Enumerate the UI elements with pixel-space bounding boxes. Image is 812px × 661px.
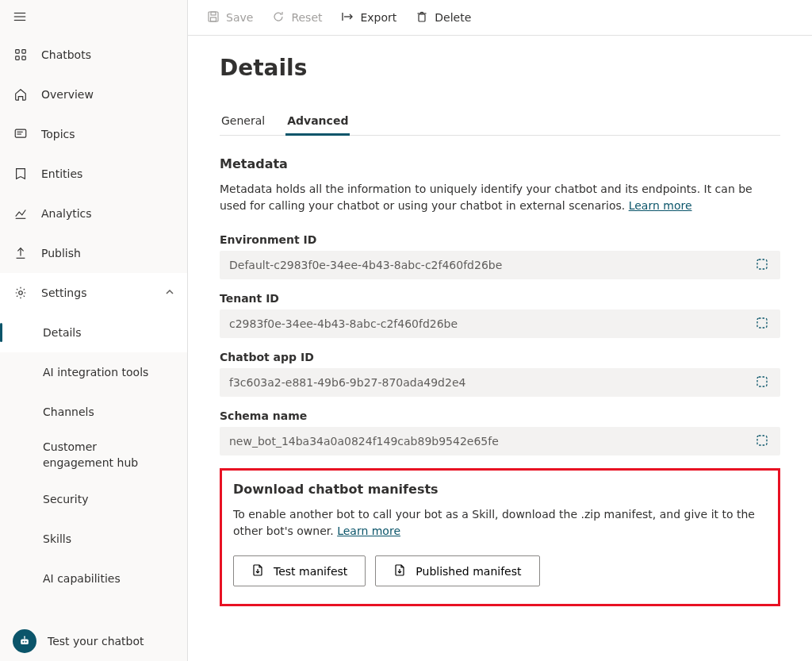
tab-advanced[interactable]: Advanced — [285, 110, 350, 135]
reset-button[interactable]: Reset — [264, 6, 330, 30]
svg-rect-7 — [15, 129, 26, 137]
field-label: Tenant ID — [220, 292, 780, 305]
file-download-icon — [393, 563, 406, 578]
sidebar-item-label: Overview — [41, 88, 94, 101]
publish-icon — [13, 245, 29, 261]
download-manifests-highlight: Download chatbot manifests To enable ano… — [220, 468, 780, 606]
copy-icon — [755, 321, 769, 332]
sidebar-item-analytics[interactable]: Analytics — [0, 194, 187, 233]
sidebar-item-label: Channels — [43, 405, 94, 418]
svg-point-16 — [25, 641, 27, 643]
sidebar-item-label: Publish — [41, 247, 81, 259]
chevron-up-icon — [165, 286, 174, 299]
field-label: Schema name — [220, 409, 780, 422]
copy-icon — [755, 379, 769, 391]
bot-avatar-icon — [13, 629, 36, 653]
sidebar-item-label: Settings — [41, 286, 86, 299]
sidebar-item-label: Skills — [43, 532, 71, 545]
sidebar-item-label: Test your chatbot — [48, 635, 144, 648]
field-value: c2983f0e-34ee-4b43-8abc-c2f460fd26be — [229, 317, 752, 330]
file-download-icon — [251, 563, 264, 578]
field-value: f3c603a2-e881-49b6-9b27-870ada49d2e4 — [229, 376, 752, 389]
svg-rect-4 — [22, 50, 26, 53]
sidebar-item-test-chatbot[interactable]: Test your chatbot — [0, 621, 187, 661]
sidebar-item-settings[interactable]: Settings — [0, 273, 187, 313]
sidebar-item-ai-integration-tools[interactable]: AI integration tools — [0, 352, 187, 392]
svg-rect-29 — [757, 259, 767, 269]
settings-icon — [13, 285, 29, 301]
svg-rect-5 — [16, 56, 20, 60]
export-button[interactable]: Export — [333, 6, 404, 30]
export-icon — [341, 10, 354, 25]
metadata-description: Metadata holds all the information to un… — [220, 181, 780, 214]
tab-general[interactable]: General — [220, 110, 266, 135]
sidebar-item-label: AI integration tools — [43, 366, 148, 379]
sidebar-item-chatbots[interactable]: Chatbots — [0, 35, 187, 75]
nav-list: Chatbots Overview Topics Entities Analyt… — [0, 35, 187, 621]
home-icon — [13, 86, 29, 102]
delete-button[interactable]: Delete — [408, 6, 479, 30]
sidebar-item-publish[interactable]: Publish — [0, 233, 187, 273]
main-content: Save Reset Export Delete Details General… — [188, 0, 812, 661]
field-value: new_bot_14ba34a0a0824f149cab89b9542e65fe — [229, 435, 752, 448]
published-manifest-label: Published manifest — [416, 565, 521, 578]
manifests-learn-more-link[interactable]: Learn more — [337, 525, 400, 537]
copy-button[interactable] — [752, 371, 772, 394]
sidebar-item-security[interactable]: Security — [0, 479, 187, 519]
page-title: Details — [220, 55, 780, 81]
svg-point-18 — [24, 636, 25, 638]
sidebar-item-ai-capabilities[interactable]: AI capabilities — [0, 559, 187, 598]
test-manifest-button[interactable]: Test manifest — [233, 555, 366, 586]
svg-rect-6 — [22, 56, 26, 60]
delete-icon — [416, 10, 428, 25]
sidebar-item-overview[interactable]: Overview — [0, 75, 187, 114]
chart-icon — [13, 206, 29, 221]
published-manifest-button[interactable]: Published manifest — [375, 555, 539, 586]
hamburger-icon[interactable] — [13, 10, 27, 26]
copy-button[interactable] — [752, 430, 772, 453]
chat-icon — [13, 126, 29, 142]
sidebar-item-label: Topics — [41, 128, 75, 140]
field-value-row: f3c603a2-e881-49b6-9b27-870ada49d2e4 — [220, 368, 780, 397]
tabs: General Advanced — [220, 110, 780, 136]
sidebar-item-channels[interactable]: Channels — [0, 392, 187, 432]
sidebar-item-label: Customer engagement hub — [43, 440, 154, 471]
reset-label: Reset — [291, 11, 322, 24]
metadata-heading: Metadata — [220, 156, 780, 171]
svg-rect-32 — [757, 436, 767, 445]
svg-rect-20 — [211, 12, 216, 15]
save-button[interactable]: Save — [199, 6, 261, 30]
sidebar-item-customer-engagement-hub[interactable]: Customer engagement hub — [0, 432, 187, 479]
svg-rect-24 — [419, 14, 425, 21]
manifests-description: To enable another bot to call your bot a… — [233, 506, 767, 540]
field-value-row: c2983f0e-34ee-4b43-8abc-c2f460fd26be — [220, 309, 780, 338]
sidebar-item-label: Security — [43, 493, 89, 505]
metadata-learn-more-link[interactable]: Learn more — [629, 199, 692, 212]
export-label: Export — [360, 11, 396, 24]
svg-rect-14 — [21, 640, 29, 644]
entities-icon — [13, 166, 29, 182]
copy-button[interactable] — [752, 254, 772, 277]
sidebar-item-label: Chatbots — [41, 48, 91, 61]
field-value: Default-c2983f0e-34ee-4b43-8abc-c2f460fd… — [229, 259, 752, 271]
field-label: Chatbot app ID — [220, 351, 780, 363]
save-icon — [207, 10, 220, 25]
apps-icon — [13, 47, 29, 63]
field-label: Environment ID — [220, 233, 780, 246]
svg-point-15 — [22, 641, 24, 643]
field-value-row: Default-c2983f0e-34ee-4b43-8abc-c2f460fd… — [220, 251, 780, 279]
svg-rect-31 — [757, 377, 767, 386]
copy-button[interactable] — [752, 313, 772, 336]
reset-icon — [272, 10, 285, 25]
delete-label: Delete — [435, 11, 471, 24]
sidebar-item-label: Analytics — [41, 207, 92, 220]
copy-icon — [755, 438, 769, 450]
svg-point-13 — [19, 291, 23, 295]
sidebar-item-skills[interactable]: Skills — [0, 519, 187, 559]
sidebar-item-entities[interactable]: Entities — [0, 154, 187, 194]
svg-rect-19 — [209, 12, 218, 21]
sidebar: Chatbots Overview Topics Entities Analyt… — [0, 0, 188, 661]
svg-rect-21 — [211, 17, 216, 21]
sidebar-item-details[interactable]: Details — [0, 313, 187, 352]
sidebar-item-topics[interactable]: Topics — [0, 114, 187, 154]
